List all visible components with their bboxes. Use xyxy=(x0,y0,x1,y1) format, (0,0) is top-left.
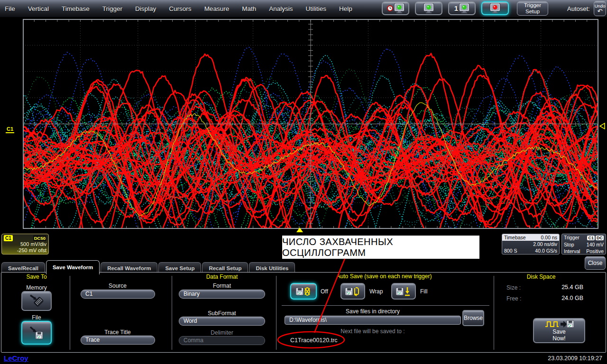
status-bar: LeCroy 23.03.2009 10:19:27 xyxy=(0,354,607,364)
channel-offset-marker[interactable]: C1 xyxy=(6,126,14,133)
autosave-off-button[interactable] xyxy=(290,283,317,300)
save-to-file-icon xyxy=(28,325,45,341)
trigger-level-value: 140 mV xyxy=(587,241,604,248)
tab-save-waveform[interactable]: Save Waveform xyxy=(46,260,100,274)
disk-size-label: Size : xyxy=(506,284,521,291)
save-to-memory-button[interactable] xyxy=(21,291,52,311)
disk-size-value: 25.4 GB xyxy=(545,284,583,291)
save-now-label-1: Save xyxy=(552,328,565,335)
menu-item-cursors[interactable]: Cursors xyxy=(169,5,191,12)
subformat-label: SubFormat xyxy=(208,310,236,317)
menu-item-vertical[interactable]: Vertical xyxy=(28,5,49,12)
browse-button[interactable]: Browse xyxy=(462,310,484,326)
timebase-samples-value: 800 S xyxy=(504,247,517,254)
directory-label: Save files in directory xyxy=(346,308,400,315)
save-to-title: Save To xyxy=(26,273,46,280)
datetime-label: 23.03.2009 10:19:27 xyxy=(548,355,602,362)
next-file-label: Next file will be saved to : xyxy=(340,328,405,335)
timebase-descriptor-box[interactable]: Timebase 0.00 ns 2.00 ns/div 800 S 40.0 … xyxy=(502,234,560,255)
autosave-fill-icon xyxy=(396,286,411,297)
next-file-value: C1Trace00120.trc xyxy=(290,337,338,344)
timebase-scale-value: 2.00 ns/div xyxy=(533,241,557,247)
trigger-level-marker-icon[interactable] xyxy=(599,123,606,130)
delimiter-label: Delimiter xyxy=(211,329,233,336)
trigger-stop-button[interactable] xyxy=(481,1,509,15)
monitor-green-icon xyxy=(394,3,405,13)
autoset-label[interactable]: Autoset: xyxy=(567,5,590,12)
channel-c1-descriptor-box[interactable]: C1 DC50 500 mV/div -250 mV ofst xyxy=(1,234,49,255)
trigger-single-button[interactable]: 1 xyxy=(448,1,476,15)
menu-item-utilities[interactable]: Utilities xyxy=(305,5,326,12)
trigger-source-badge: C1 xyxy=(587,236,595,240)
autosave-wrap-button[interactable] xyxy=(340,283,365,300)
memory-label: Memory xyxy=(26,284,46,291)
source-field[interactable]: C1 xyxy=(81,290,155,299)
menu-item-trigger[interactable]: Trigger xyxy=(102,5,122,12)
disk-free-label: Free : xyxy=(506,295,521,302)
close-button[interactable]: Close xyxy=(585,256,606,270)
panel-divider xyxy=(276,276,276,350)
data-format-title: Data Format xyxy=(206,273,238,280)
menu-item-display[interactable]: Display xyxy=(135,5,156,12)
autosave-fill-button[interactable] xyxy=(391,283,416,300)
autosave-off-label: Off xyxy=(321,288,328,295)
undo-button[interactable]: Undo ↶ xyxy=(594,1,606,16)
undo-arrow-icon: ↶ xyxy=(598,9,603,14)
menu-item-math[interactable]: Math xyxy=(242,5,256,12)
persistence-waveform-canvas xyxy=(23,19,598,229)
save-now-button[interactable]: Save Now! xyxy=(533,318,585,343)
waveform-display-area: C1 xyxy=(0,17,607,233)
save-to-file-button[interactable] xyxy=(21,321,52,345)
annotation-text: ЧИСЛО ЗАХВАЧЕННЫХ ОСЦИЛЛОГРАММ xyxy=(282,237,479,258)
trigger-normal-button[interactable] xyxy=(415,1,442,15)
autosave-separator xyxy=(282,305,489,306)
timebase-rate-value: 40.0 GS/s xyxy=(535,247,557,254)
format-field[interactable]: Binary xyxy=(179,290,265,299)
trigger-slope-value: Positive xyxy=(586,248,604,255)
menu-item-measure[interactable]: Measure xyxy=(204,5,230,12)
lecroy-logo[interactable]: LeCroy xyxy=(4,354,28,362)
trigger-setup-label-2: Setup xyxy=(525,9,540,15)
menu-item-timebase[interactable]: Timebase xyxy=(62,5,90,12)
file-label: File xyxy=(32,314,41,321)
trigger-auto-button[interactable] xyxy=(382,1,409,15)
panel-divider xyxy=(172,276,172,350)
source-label: Source xyxy=(109,282,127,289)
save-now-label-2: Now! xyxy=(552,335,565,342)
menu-item-file[interactable]: File xyxy=(5,5,15,12)
disk-free-value: 24.0 GB xyxy=(545,295,583,301)
subformat-field[interactable]: Word xyxy=(179,317,265,326)
channel-name-badge: C1 xyxy=(4,235,13,241)
panel-divider xyxy=(70,276,70,350)
menu-bar: File Vertical Timebase Trigger Display C… xyxy=(0,0,607,17)
trigger-coupling-badge: DC xyxy=(596,236,604,240)
monitor-red-icon xyxy=(490,3,500,13)
trigger-descriptor-box[interactable]: Trigger C1DC Stop 140 mV Interval Positi… xyxy=(561,234,606,255)
directory-field[interactable]: D:\Waveforms\ xyxy=(285,316,461,325)
save-now-icon xyxy=(544,320,574,328)
trigger-setup-button[interactable]: Trigger Setup xyxy=(517,1,548,16)
trace-title-label: Trace Title xyxy=(104,329,131,336)
trigger-setup-label-1: Trigger xyxy=(524,2,541,9)
disk-space-title: Disk Space xyxy=(527,273,556,280)
format-label: Format xyxy=(213,282,231,289)
trigger-position-marker-icon[interactable] xyxy=(296,228,304,233)
autosave-wrap-label: Wrap xyxy=(369,288,383,295)
trace-title-field[interactable]: Trace xyxy=(81,336,155,345)
delimiter-field: Comma xyxy=(179,336,265,345)
save-to-memory-icon xyxy=(28,293,45,309)
channel-coupling-badge: DC50 xyxy=(33,235,46,241)
autosave-wrap-icon xyxy=(345,286,360,297)
monitor-green-icon xyxy=(459,3,469,13)
annotation-callout: ЧИСЛО ЗАХВАЧЕННЫХ ОСЦИЛЛОГРАММ xyxy=(282,236,479,259)
timebase-label: Timebase xyxy=(504,234,526,241)
trigger-type-value: Interval xyxy=(564,248,580,255)
autosave-off-icon xyxy=(296,287,311,296)
timebase-delay-value: 0.00 ns xyxy=(541,234,557,241)
single-number-label: 1 xyxy=(454,4,458,12)
auto-save-title: Auto Save (save on each new trigger) xyxy=(337,273,432,280)
menu-item-help[interactable]: Help xyxy=(339,5,352,12)
browse-label: Browse xyxy=(464,315,483,321)
menu-item-analysis[interactable]: Analysis xyxy=(269,5,293,12)
monitor-green-icon xyxy=(423,3,434,13)
